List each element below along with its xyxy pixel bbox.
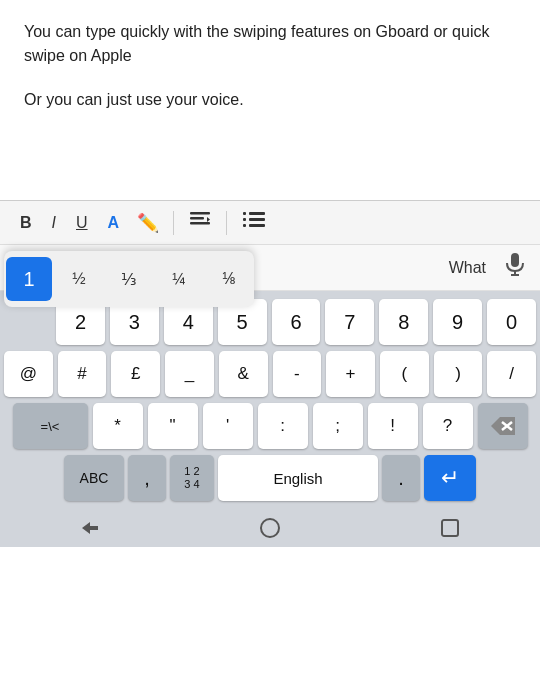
comma-button[interactable]: , — [128, 455, 166, 501]
keyboard-wrapper: 1 ½ ⅓ ¼ ⅛ 2 3 4 5 6 7 8 9 0 @ # £ — [0, 291, 540, 547]
key-question[interactable]: ? — [423, 403, 473, 449]
toolbar-separator-2 — [226, 211, 227, 235]
backspace-icon — [491, 417, 515, 435]
align-button[interactable] — [182, 208, 218, 237]
keyboard: 1 ½ ⅓ ¼ ⅛ 2 3 4 5 6 7 8 9 0 @ # £ — [0, 291, 540, 511]
numpad-button[interactable]: 1 23 4 — [170, 455, 214, 501]
svg-rect-5 — [249, 212, 265, 215]
recent-icon — [440, 518, 460, 538]
key-6[interactable]: 6 — [272, 299, 321, 345]
font-color-button[interactable]: A — [100, 210, 128, 236]
svg-rect-0 — [190, 212, 210, 215]
list-icon — [243, 211, 265, 229]
formatting-toolbar: B I U A ✏️ — [0, 201, 540, 245]
paragraph-2: Or you can just use your voice. — [24, 88, 516, 112]
key-8[interactable]: 8 — [379, 299, 428, 345]
text-content-area: You can type quickly with the swiping fe… — [0, 0, 540, 200]
home-button[interactable] — [259, 517, 281, 539]
key-semicolon[interactable]: ; — [313, 403, 363, 449]
key-minus[interactable]: - — [273, 351, 322, 397]
key-lparen[interactable]: ( — [380, 351, 429, 397]
symbol-row-2: =\< * " ' : ; ! ? — [4, 403, 536, 449]
key-0[interactable]: 0 — [487, 299, 536, 345]
key-asterisk[interactable]: * — [93, 403, 143, 449]
key-colon[interactable]: : — [258, 403, 308, 449]
symbol-row-1: @ # £ _ & - + ( ) / — [4, 351, 536, 397]
svg-rect-8 — [243, 224, 246, 227]
space-button[interactable]: English — [218, 455, 378, 501]
popup-key-third[interactable]: ⅓ — [106, 257, 152, 301]
key-exclaim[interactable]: ! — [368, 403, 418, 449]
navigation-bar — [0, 511, 540, 547]
abc-button[interactable]: ABC — [64, 455, 124, 501]
toolbar-separator — [173, 211, 174, 235]
enter-button[interactable]: ↵ — [424, 455, 476, 501]
number-popup: 1 ½ ⅓ ¼ ⅛ — [4, 251, 254, 307]
recent-button[interactable] — [440, 518, 460, 538]
svg-rect-4 — [243, 212, 246, 215]
svg-marker-15 — [82, 522, 98, 534]
back-icon — [80, 518, 100, 538]
key-dquote[interactable]: " — [148, 403, 198, 449]
paragraph-1: You can type quickly with the swiping fe… — [24, 20, 516, 68]
key-ampersand[interactable]: & — [219, 351, 268, 397]
list-button[interactable] — [235, 207, 273, 238]
mic-button[interactable] — [506, 253, 524, 282]
key-at[interactable]: @ — [4, 351, 53, 397]
svg-rect-2 — [190, 222, 210, 225]
pencil-icon: ✏️ — [137, 212, 159, 234]
popup-key-1[interactable]: 1 — [6, 257, 52, 301]
backspace-button[interactable] — [478, 403, 528, 449]
svg-rect-6 — [243, 218, 246, 221]
svg-marker-3 — [207, 217, 210, 222]
back-button[interactable] — [80, 518, 100, 538]
underline-button[interactable]: U — [68, 210, 96, 236]
popup-key-quarter[interactable]: ¼ — [156, 257, 202, 301]
key-equals-slash[interactable]: =\< — [13, 403, 88, 449]
svg-rect-10 — [511, 253, 519, 267]
period-button[interactable]: . — [382, 455, 420, 501]
svg-point-16 — [261, 519, 279, 537]
popup-key-eighth[interactable]: ⅛ — [206, 257, 252, 301]
mic-icon — [506, 253, 524, 277]
svg-rect-17 — [442, 520, 458, 536]
key-9[interactable]: 9 — [433, 299, 482, 345]
italic-button[interactable]: I — [44, 210, 64, 236]
home-icon — [259, 517, 281, 539]
bold-button[interactable]: B — [12, 210, 40, 236]
number-row: 1 ½ ⅓ ¼ ⅛ 2 3 4 5 6 7 8 9 0 — [4, 299, 536, 345]
key-squote[interactable]: ' — [203, 403, 253, 449]
svg-rect-9 — [249, 224, 265, 227]
bottom-row: ABC , 1 23 4 English . ↵ — [4, 455, 536, 501]
key-hash[interactable]: # — [58, 351, 107, 397]
key-plus[interactable]: + — [326, 351, 375, 397]
key-pound[interactable]: £ — [111, 351, 160, 397]
svg-rect-7 — [249, 218, 265, 221]
key-rparen[interactable]: ) — [434, 351, 483, 397]
popup-key-half[interactable]: ½ — [56, 257, 102, 301]
svg-rect-1 — [190, 217, 204, 220]
key-7[interactable]: 7 — [325, 299, 374, 345]
key-slash[interactable]: / — [487, 351, 536, 397]
align-icon — [190, 212, 210, 228]
key-underscore[interactable]: _ — [165, 351, 214, 397]
